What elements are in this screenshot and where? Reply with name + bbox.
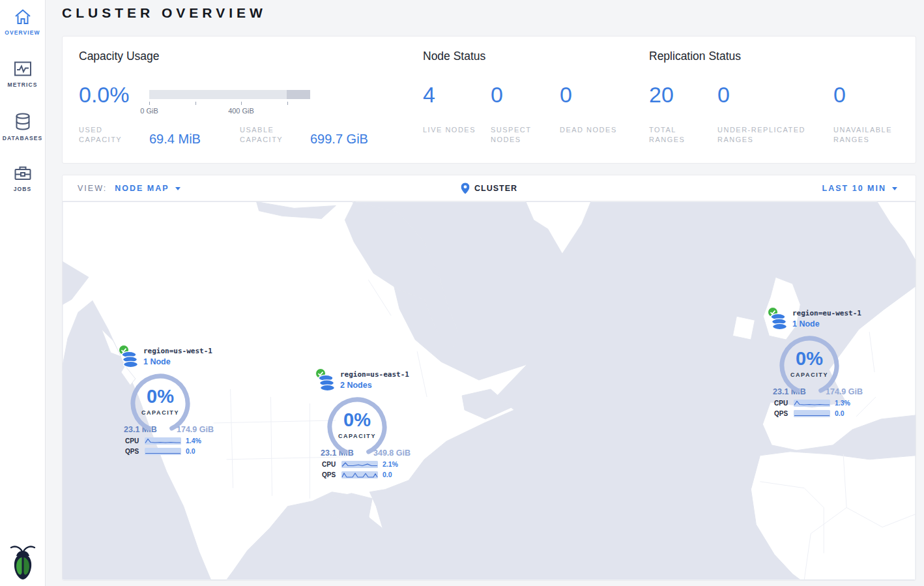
used-capacity-label: USED CAPACITY [79, 125, 139, 145]
home-icon [13, 8, 33, 26]
capacity-axis-tick [195, 102, 196, 105]
qps-label: QPS [125, 448, 145, 455]
total-ranges-label: TOTAL RANGES [649, 125, 701, 145]
unavailable-ranges-label: UNAVAILABLE RANGES [833, 125, 915, 145]
database-stack-icon [770, 313, 788, 331]
cpu-label: CPU [774, 400, 794, 407]
capacity-caption: CAPACITY [129, 409, 192, 416]
sidebar-item-label: OVERVIEW [0, 29, 45, 36]
suspect-nodes-count: 0 [491, 83, 503, 106]
qps-label: QPS [774, 410, 794, 417]
nodes-count-link[interactable]: 1 Node [792, 319, 861, 329]
capacity-bar [149, 90, 310, 99]
sidebar-item-databases[interactable]: DATABASES [0, 112, 45, 141]
view-selector-dropdown[interactable]: VIEW: NODE MAP [78, 184, 180, 193]
capacity-usage-title: Capacity Usage [79, 50, 160, 63]
main-content: CLUSTER OVERVIEW Capacity Usage 0.0% 0 G… [46, 0, 924, 586]
cpu-sparkline [794, 400, 830, 407]
capacity-axis-tick [149, 102, 150, 105]
sidebar-item-overview[interactable]: OVERVIEW [0, 8, 45, 36]
qps-value: 0.0 [835, 409, 845, 417]
breadcrumb-label: CLUSTER [474, 184, 517, 193]
view-label: VIEW: [78, 184, 107, 193]
qps-value: 0.0 [186, 447, 195, 455]
database-icon [14, 112, 32, 132]
time-range-value: LAST 10 MIN [822, 184, 886, 193]
map-pin-icon [461, 183, 469, 194]
locality-badge-eu-west-1[interactable]: region=eu-west-1 1 Node 0% CAPACITY 23.1… [768, 304, 867, 417]
capacity-percent: 0% [326, 409, 388, 431]
capacity-percent: 0% [129, 386, 192, 407]
time-range-dropdown[interactable]: LAST 10 MIN [822, 184, 897, 193]
capacity-bar-reserved-segment [287, 90, 310, 99]
dead-nodes-count: 0 [560, 83, 572, 106]
capacity-donut: 0% CAPACITY [778, 334, 841, 397]
usable-capacity-value: 699.7 GiB [310, 132, 368, 147]
qps-sparkline [341, 471, 378, 478]
dead-nodes-label: DEAD NODES [560, 125, 618, 135]
map-view-bar: VIEW: NODE MAP CLUSTER LAST 10 MIN [63, 175, 916, 201]
qps-sparkline [145, 448, 181, 455]
nodes-count-link[interactable]: 2 Nodes [340, 381, 409, 390]
locality-badge-us-west-1[interactable]: region=us-west-1 1 Node 0% CAPACITY 23.1… [119, 342, 218, 455]
sidebar-item-label: DATABASES [0, 135, 45, 141]
usable-capacity-label: USABLE CAPACITY [240, 125, 300, 145]
capacity-donut: 0% CAPACITY [129, 372, 192, 435]
capacity-axis-label: 0 GiB [135, 107, 164, 115]
capacity-axis-tick [241, 102, 242, 105]
locality-badge-us-east-1[interactable]: region=us-east-1 2 Nodes 0% CAPACITY 23.… [315, 366, 414, 478]
region-label: region=us-east-1 [340, 370, 409, 379]
cpu-value: 1.3% [835, 399, 850, 407]
cpu-value: 1.4% [186, 437, 201, 445]
chevron-down-icon [892, 187, 897, 190]
sidebar-item-metrics[interactable]: METRICS [0, 60, 45, 88]
node-map-card: VIEW: NODE MAP CLUSTER LAST 10 MIN [62, 175, 916, 581]
region-label: region=us-west-1 [143, 347, 212, 355]
database-stack-icon [318, 374, 336, 392]
replication-status-title: Replication Status [649, 50, 741, 63]
view-value: NODE MAP [115, 184, 169, 193]
sidebar-item-label: JOBS [0, 186, 45, 192]
database-stack-icon [121, 351, 139, 369]
qps-label: QPS [322, 471, 341, 478]
cpu-label: CPU [125, 437, 145, 445]
cockroachdb-logo [8, 543, 37, 582]
under-replicated-ranges-count: 0 [717, 83, 730, 106]
capacity-caption: CAPACITY [326, 433, 388, 439]
live-nodes-count: 4 [423, 83, 435, 106]
total-ranges-count: 20 [649, 83, 674, 106]
metrics-icon [13, 60, 33, 78]
capacity-donut: 0% CAPACITY [326, 396, 388, 458]
nodes-count-link[interactable]: 1 Node [143, 357, 212, 366]
cpu-sparkline [145, 437, 181, 445]
qps-sparkline [794, 410, 830, 417]
capacity-used-percent: 0.0% [79, 83, 130, 106]
map-breadcrumb[interactable]: CLUSTER [461, 183, 517, 194]
cluster-summary-card: Capacity Usage 0.0% 0 GiB 400 GiB USED C… [62, 36, 916, 164]
chevron-down-icon [175, 187, 180, 190]
capacity-caption: CAPACITY [778, 372, 841, 378]
region-label: region=eu-west-1 [792, 309, 861, 317]
suspect-nodes-label: SUSPECT NODES [491, 125, 549, 145]
sidebar: OVERVIEW METRICS DATABASES JOBS [0, 0, 46, 586]
capacity-axis-tick [287, 102, 288, 105]
cpu-label: CPU [322, 461, 341, 468]
cpu-value: 2.1% [383, 460, 398, 468]
sidebar-item-jobs[interactable]: JOBS [0, 164, 45, 192]
capacity-percent: 0% [778, 348, 841, 370]
under-replicated-ranges-label: UNDER-REPLICATED RANGES [717, 125, 825, 145]
node-map: region=us-west-1 1 Node 0% CAPACITY 23.1… [63, 201, 916, 580]
live-nodes-label: LIVE NODES [423, 125, 482, 135]
qps-value: 0.0 [383, 471, 392, 478]
cpu-sparkline [341, 461, 378, 468]
sidebar-item-label: METRICS [0, 81, 45, 88]
briefcase-icon [13, 164, 33, 183]
node-status-title: Node Status [423, 50, 485, 63]
capacity-axis-label: 400 GiB [222, 107, 261, 115]
used-capacity-value: 69.4 MiB [149, 132, 201, 147]
unavailable-ranges-count: 0 [833, 83, 846, 106]
page-title: CLUSTER OVERVIEW [62, 5, 267, 21]
